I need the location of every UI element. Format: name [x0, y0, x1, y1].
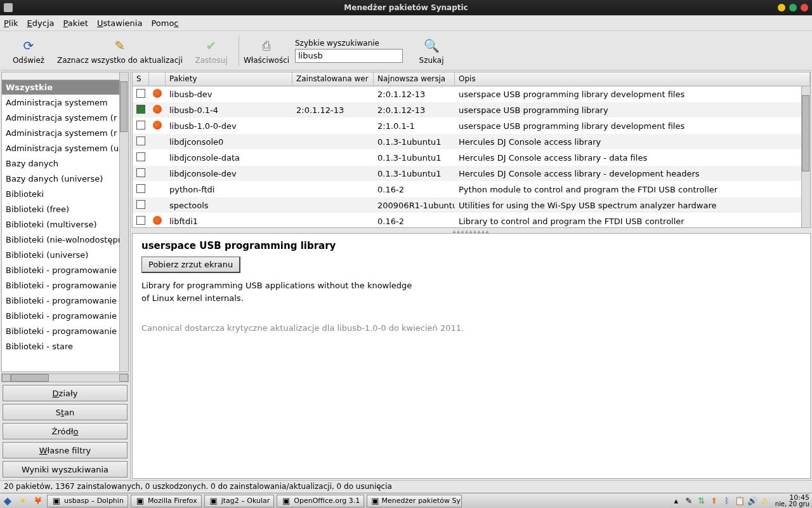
col-newest[interactable]: Najnowsza wersja — [374, 72, 455, 86]
taskbar-item[interactable]: ▣Mozilla Firefox — [131, 495, 202, 507]
tray-bluetooth-icon[interactable]: ᛒ — [722, 496, 732, 506]
status-checkbox[interactable] — [136, 105, 145, 114]
status-checkbox[interactable] — [136, 200, 145, 209]
splitter-handle[interactable]: ▴▴▴▴▴▴▴▴▴ — [131, 228, 812, 233]
taskbar-item[interactable]: ▣jtag2 – Okular — [204, 495, 275, 507]
category-item[interactable]: Biblioteki (multiverse) — [2, 217, 128, 232]
quick-search-label: Szybkie wyszukiwanie — [295, 39, 403, 48]
tray-updates-icon[interactable]: ⬆ — [709, 496, 719, 506]
col-package[interactable]: Pakiety — [166, 72, 292, 86]
status-checkbox[interactable] — [136, 137, 145, 145]
search-results-button[interactable]: Wyniki wyszukiwania — [3, 461, 128, 478]
category-item[interactable]: Biblioteki - programowanie — [2, 293, 128, 309]
search-button[interactable]: 🔍 Szukaj — [407, 32, 456, 69]
ubuntu-icon — [153, 216, 162, 225]
menu-edit[interactable]: Edycja — [27, 18, 55, 28]
menu-settings[interactable]: Ustawienia — [97, 18, 142, 28]
package-row[interactable]: spectools200906R1-1ubuntuUtilities for u… — [133, 197, 810, 213]
package-row[interactable]: python-ftdi0.16-2Python module to contro… — [133, 182, 810, 197]
status-checkbox[interactable] — [136, 121, 145, 130]
pkg-desc: Utilities for using the Wi-Spy USB spect… — [455, 201, 810, 210]
package-row[interactable]: libdjconsole00.1.3-1ubuntu1Hercules DJ C… — [133, 134, 810, 150]
col-icon[interactable] — [149, 72, 166, 86]
category-item[interactable]: Biblioteki - programowanie — [2, 278, 128, 293]
package-row[interactable]: libdjconsole-dev0.1.3-1ubuntu1Hercules D… — [133, 166, 810, 182]
pkg-name: libdjconsole0 — [166, 137, 292, 147]
taskbar-item[interactable]: ▣OpenOffice.org 3.1 — [277, 495, 364, 507]
pkg-name: libftdi1 — [166, 217, 292, 226]
status-checkbox[interactable] — [136, 168, 145, 177]
custom-filters-button[interactable]: Własne filtry — [3, 442, 128, 458]
firefox-launcher-icon[interactable]: 🦊 — [30, 494, 46, 508]
category-item[interactable]: Biblioteki - programowanie — [2, 263, 128, 278]
status-checkbox[interactable] — [136, 216, 145, 225]
status-checkbox[interactable] — [136, 152, 145, 161]
category-list[interactable]: WszystkieAdministracja systememAdministr… — [1, 72, 129, 372]
minimize-button[interactable] — [778, 4, 785, 11]
category-item[interactable]: Bazy danych — [2, 156, 128, 171]
detail-body-1: Library for programming USB applications… — [141, 279, 801, 292]
sidebar-scrollbar[interactable] — [119, 72, 128, 371]
pkg-name: libusb-1.0-0-dev — [166, 121, 292, 131]
col-description[interactable]: Opis — [455, 72, 810, 86]
pkg-desc: Hercules DJ Console access library — [455, 137, 810, 147]
mark-all-button[interactable]: ✎ Zaznacz wszystko do aktualizacji — [53, 32, 187, 69]
category-item[interactable]: Biblioteki - programowanie — [2, 309, 128, 324]
menu-help[interactable]: Pomoc — [151, 18, 178, 28]
menu-file[interactable]: Plik — [4, 18, 18, 28]
task-app-icon: ▣ — [371, 496, 379, 506]
menu-package[interactable]: Pakiet — [63, 18, 88, 28]
package-row[interactable]: libftdi10.16-2Library to control and pro… — [133, 213, 810, 227]
category-item[interactable]: Biblioteki — [2, 187, 128, 202]
properties-button[interactable]: ⎙ Właściwości — [242, 32, 291, 69]
package-row[interactable]: libusb-0.1-42:0.1.12-132:0.1.12-13usersp… — [133, 102, 810, 118]
package-row[interactable]: libusb-1.0-0-dev2:1.0.1-1userspace USB p… — [133, 118, 810, 134]
maximize-button[interactable] — [789, 4, 797, 11]
origin-button[interactable]: Źródło — [3, 423, 128, 439]
detail-panel: userspace USB programming library Pobier… — [132, 233, 811, 479]
category-item[interactable]: Bazy danych (universe) — [2, 171, 128, 187]
quick-search-input[interactable] — [295, 49, 403, 63]
close-button[interactable] — [801, 4, 808, 11]
col-installed[interactable]: Zainstalowana wer — [292, 72, 374, 86]
col-status[interactable]: S — [133, 72, 149, 86]
search-icon: 🔍 — [422, 37, 440, 55]
screenshot-button[interactable]: Pobierz zrzut ekranu — [141, 257, 240, 273]
tray-notes-icon[interactable]: ✎ — [684, 496, 694, 506]
status-checkbox[interactable] — [136, 184, 145, 193]
category-item[interactable]: Administracja systemem (u — [2, 141, 128, 156]
category-item[interactable]: Biblioteki (universe) — [2, 248, 128, 263]
window-title: Menedżer pakietów Synaptic — [344, 3, 468, 12]
kde-menu-button[interactable]: ◆ — [0, 494, 15, 508]
tray-network-icon[interactable]: ⇅ — [697, 496, 707, 506]
sidebar-hscrollbar[interactable] — [1, 373, 129, 382]
package-row[interactable]: libdjconsole-data0.1.3-1ubuntu1Hercules … — [133, 150, 810, 166]
ubuntu-icon — [153, 89, 162, 98]
tray-info-icon[interactable]: ⚠ — [760, 496, 770, 506]
status-checkbox[interactable] — [136, 89, 145, 98]
category-item[interactable]: Biblioteki (free) — [2, 202, 128, 217]
pkg-newest: 0.16-2 — [374, 185, 455, 194]
app-icon — [4, 3, 13, 12]
refresh-button[interactable]: ⟳ Odśwież — [4, 32, 53, 69]
pkg-desc: Library to control and program the FTDI … — [455, 217, 810, 226]
star-icon[interactable]: ★ — [15, 494, 30, 508]
category-item[interactable]: Biblioteki - stare — [2, 339, 128, 354]
taskbar-item[interactable]: ▣usbasp – Dolphin — [47, 495, 128, 507]
category-item[interactable]: Biblioteki (nie-wolnodostępn — [2, 232, 128, 248]
package-row[interactable]: libusb-dev2:0.1.12-13userspace USB progr… — [133, 86, 810, 102]
category-item[interactable]: Administracja systemem (r — [2, 110, 128, 126]
category-item[interactable]: Biblioteki - programowanie — [2, 324, 128, 339]
tray-up-icon[interactable]: ▴ — [671, 496, 681, 506]
sections-button[interactable]: Działy — [3, 385, 128, 401]
category-item[interactable]: Administracja systemem — [2, 95, 128, 110]
table-scrollbar[interactable] — [801, 86, 810, 227]
tray-clipboard-icon[interactable]: 📋 — [735, 496, 745, 506]
taskbar-item[interactable]: ▣Menedżer pakietów Syn — [367, 495, 462, 507]
status-button[interactable]: Stan — [3, 404, 128, 420]
tray-volume-icon[interactable]: 🔊 — [747, 496, 757, 506]
category-item[interactable]: Administracja systemem (r — [2, 126, 128, 141]
category-item[interactable]: Wszystkie — [2, 80, 128, 95]
taskbar-clock[interactable]: 10:45 nie, 20 gru — [773, 494, 812, 507]
pkg-newest: 0.1.3-1ubuntu1 — [374, 137, 455, 147]
